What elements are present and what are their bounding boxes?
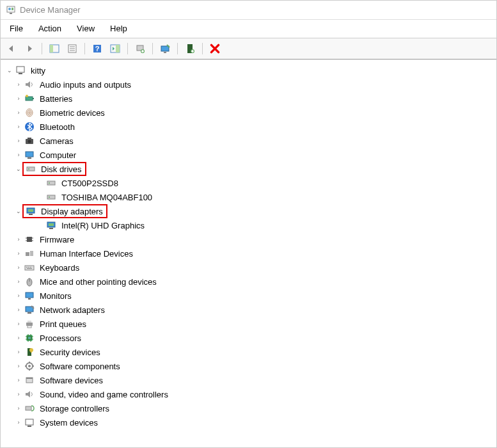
menu-action[interactable]: Action xyxy=(32,22,68,35)
toolbar-separator xyxy=(152,43,153,54)
category-network[interactable]: › Network adapters xyxy=(2,303,495,317)
network-icon xyxy=(24,304,35,316)
expand-icon[interactable]: › xyxy=(13,234,24,244)
expand-icon[interactable]: › xyxy=(13,347,24,357)
forward-button[interactable] xyxy=(21,41,38,56)
toolbar-separator xyxy=(127,43,128,54)
svg-rect-31 xyxy=(28,138,31,139)
device-disk-ct500[interactable]: CT500P2SSD8 xyxy=(2,176,495,190)
disk-icon xyxy=(25,163,36,175)
svg-point-39 xyxy=(49,196,50,198)
update-driver-button[interactable] xyxy=(132,41,148,56)
expand-icon[interactable]: › xyxy=(13,93,24,104)
tree-root[interactable]: ⌄ kitty xyxy=(2,63,495,77)
delete-button[interactable] xyxy=(207,41,223,56)
svg-rect-3 xyxy=(12,8,13,10)
tree-label: Monitors xyxy=(38,291,74,301)
tree-label: Software devices xyxy=(38,375,105,386)
expand-icon[interactable]: › xyxy=(13,375,24,385)
toolbar-separator xyxy=(177,43,178,54)
category-computer[interactable]: › Computer xyxy=(2,148,495,162)
show-hide-tree-button[interactable] xyxy=(46,41,63,56)
category-print-queues[interactable]: › Print queues xyxy=(2,317,495,331)
svg-rect-68 xyxy=(28,337,31,339)
tree-label: Storage controllers xyxy=(38,403,111,414)
storage-controller-icon xyxy=(24,403,35,414)
category-processors[interactable]: › Processors xyxy=(2,331,495,345)
category-bluetooth[interactable]: › Bluetooth xyxy=(2,120,495,134)
scan-hardware-button[interactable] xyxy=(182,41,198,56)
expand-icon[interactable]: › xyxy=(13,291,24,301)
svg-rect-64 xyxy=(26,323,33,326)
category-firmware[interactable]: › Firmware xyxy=(2,232,495,246)
menu-view[interactable]: View xyxy=(70,22,101,35)
category-biometric[interactable]: › Biometric devices xyxy=(2,106,495,120)
display-adapter-icon xyxy=(25,205,36,217)
menu-file[interactable]: File xyxy=(3,22,29,35)
toolbar-separator xyxy=(42,43,42,54)
category-system-devices[interactable]: › System devices xyxy=(2,415,495,429)
svg-text:?: ? xyxy=(95,45,100,52)
help-button[interactable]: ? xyxy=(89,41,106,56)
speaker-icon xyxy=(24,79,35,90)
cpu-icon xyxy=(24,332,35,344)
toolbar-separator xyxy=(84,43,85,54)
back-button[interactable] xyxy=(3,41,20,56)
expand-icon[interactable]: › xyxy=(13,150,24,160)
expand-icon[interactable]: › xyxy=(13,276,24,287)
category-display-adapters[interactable]: ⌄ Display adapters xyxy=(2,204,495,218)
hid-icon xyxy=(24,248,35,259)
device-disk-toshiba[interactable]: TOSHIBA MQ04ABF100 xyxy=(2,190,495,204)
component-icon xyxy=(24,360,35,372)
expand-icon[interactable]: › xyxy=(13,319,24,329)
computer-icon xyxy=(15,65,26,76)
expand-icon[interactable]: › xyxy=(13,305,24,315)
expand-icon[interactable]: › xyxy=(13,122,24,132)
printer-icon xyxy=(24,318,35,330)
expand-icon[interactable]: › xyxy=(13,248,24,259)
expand-icon[interactable]: › xyxy=(13,79,24,90)
expand-icon[interactable]: › xyxy=(13,333,24,343)
svg-point-35 xyxy=(28,168,29,170)
svg-rect-60 xyxy=(26,292,33,298)
pc-icon xyxy=(24,149,35,161)
titlebar: Device Manager xyxy=(1,1,496,20)
fingerprint-icon xyxy=(24,107,35,118)
category-batteries[interactable]: › Batteries xyxy=(2,92,495,106)
category-keyboards[interactable]: › Keyboards xyxy=(2,260,495,275)
category-disk-drives[interactable]: ⌄ Disk drives xyxy=(2,162,495,176)
spacer-icon xyxy=(35,178,45,188)
category-security-devices[interactable]: › Security devices xyxy=(2,345,495,359)
svg-point-26 xyxy=(28,110,31,115)
tree-label: Batteries xyxy=(38,93,74,104)
device-intel-uhd[interactable]: Intel(R) UHD Graphics xyxy=(2,218,495,232)
expand-icon[interactable]: › xyxy=(13,389,24,399)
expand-icon[interactable]: › xyxy=(13,403,24,413)
expand-icon[interactable]: › xyxy=(13,361,24,371)
category-sound[interactable]: › Sound, video and game controllers xyxy=(2,387,495,401)
expand-icon[interactable]: › xyxy=(13,136,24,146)
uninstall-button[interactable] xyxy=(157,41,173,56)
refresh-button[interactable] xyxy=(107,41,123,56)
category-monitors[interactable]: › Monitors xyxy=(2,289,495,303)
tree-label: Human Interface Devices xyxy=(38,248,135,259)
category-mice[interactable]: › Mice and other pointing devices xyxy=(2,275,495,289)
expand-icon[interactable]: › xyxy=(13,108,24,118)
tree-label: Print queues xyxy=(38,319,88,330)
category-hid[interactable]: › Human Interface Devices xyxy=(2,246,495,260)
system-icon xyxy=(24,417,35,428)
menu-help[interactable]: Help xyxy=(104,22,134,35)
collapse-icon[interactable]: ⌄ xyxy=(4,65,15,76)
tree-label: TOSHIBA MQ04ABF100 xyxy=(59,192,154,203)
category-software-components[interactable]: › Software components xyxy=(2,359,495,373)
category-storage-controllers[interactable]: › Storage controllers xyxy=(2,401,495,415)
expand-icon[interactable]: › xyxy=(13,262,24,273)
category-audio[interactable]: › Audio inputs and outputs xyxy=(2,77,495,92)
svg-rect-33 xyxy=(28,157,31,159)
category-software-devices[interactable]: › Software devices xyxy=(2,373,495,387)
category-cameras[interactable]: › Cameras xyxy=(2,134,495,148)
svg-rect-17 xyxy=(164,52,166,53)
expand-icon[interactable]: › xyxy=(13,417,24,428)
device-tree[interactable]: ⌄ kitty › Audio inputs and outputs › Bat… xyxy=(1,60,496,448)
properties-button[interactable] xyxy=(64,41,81,56)
